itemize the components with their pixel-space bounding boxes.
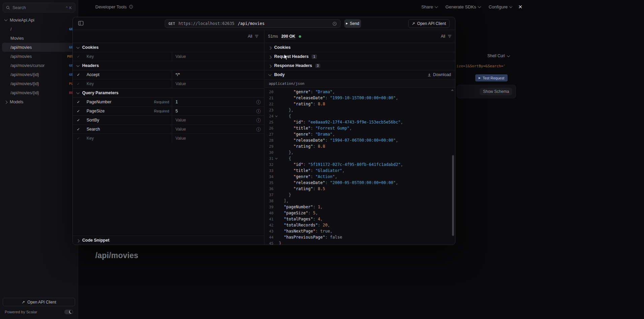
send-button[interactable]: Send — [344, 19, 361, 28]
param-key-text: PageSize — [87, 109, 105, 113]
download-button[interactable]: Download — [427, 72, 451, 77]
chevron-down-icon — [434, 5, 438, 8]
code-language-select[interactable]: Shell Curl — [487, 54, 510, 58]
response-duration: 51ms — [268, 34, 278, 39]
info-icon[interactable]: i — [256, 109, 261, 113]
info-icon[interactable]: i — [256, 127, 261, 132]
code-text: "releaseDate": "1999-10-15T00:00:00+00:0… — [279, 96, 398, 100]
line-number: 45 — [265, 241, 273, 245]
sidebar-item-api-movies-cursor[interactable]: /api/movies/cursorGE — [2, 61, 76, 70]
scrollbar-up-arrow[interactable] — [451, 89, 454, 91]
code-text: "rating": 8.8 — [279, 102, 325, 106]
header-action-share[interactable]: Share — [421, 4, 438, 9]
response-filter[interactable]: All — [441, 34, 452, 39]
open-api-client-button[interactable]: ↗ Open API Client — [3, 298, 75, 306]
code-snippet-section[interactable]: Code Snippet — [73, 236, 264, 245]
row-checkbox[interactable]: ✓ — [73, 125, 84, 134]
param-key[interactable]: Key — [84, 52, 172, 61]
request-sections: Cookies✓KeyValueHeaders✓Accept*/*✓KeyVal… — [73, 43, 264, 143]
param-key[interactable]: Key — [84, 79, 172, 88]
request-path: /api/movies — [238, 21, 264, 26]
request-section-cookies[interactable]: Cookies — [73, 43, 264, 52]
sidebar-item-movieapi-api[interactable]: MovieApi.Api — [2, 15, 76, 25]
fold-toggle-icon[interactable] — [273, 115, 279, 117]
response-section-body[interactable]: BodyDownload — [265, 70, 455, 79]
scrollbar-thumb[interactable] — [452, 155, 454, 236]
param-key[interactable]: PageNumberRequired — [84, 98, 172, 106]
response-status[interactable]: 200 OK — [281, 34, 295, 39]
search-placeholder: Search — [12, 5, 63, 10]
method-label: GET — [168, 22, 175, 26]
sidebar-item-api-movies[interactable]: /api/moviesGE — [2, 43, 76, 52]
param-key[interactable]: Search — [84, 125, 172, 134]
theme-toggle[interactable] — [64, 310, 73, 314]
param-value-text: Value — [175, 81, 186, 86]
info-icon[interactable]: i — [256, 118, 261, 122]
sidebar-item-movies[interactable]: Movies — [2, 34, 76, 43]
request-section-query-parameters[interactable]: Query Parameters — [73, 88, 264, 97]
history-icon[interactable] — [332, 22, 337, 26]
sidebar-item-api-movies-id[interactable]: /api/movies/{id}PU — [2, 79, 76, 88]
sidebar-toggle-icon[interactable] — [78, 21, 84, 26]
sidebar-item-models[interactable]: Models — [2, 97, 76, 106]
code-text: "genre": "Drama", — [279, 132, 335, 137]
row-checkbox[interactable]: ✓ — [73, 134, 84, 143]
sidebar-item-label: /api/movies/{id} — [10, 72, 66, 77]
request-filter-label: All — [248, 34, 252, 39]
send-label: Send — [350, 21, 359, 26]
code-line: 34 "genre": "Action", — [265, 174, 455, 180]
row-checkbox[interactable]: ✓ — [73, 116, 84, 125]
row-checkbox[interactable]: ✓ — [73, 79, 84, 88]
param-key[interactable]: SortBy — [84, 116, 172, 125]
sidebar-nav: MovieApi.Api/GEMovies/api/moviesGE/api/m… — [0, 15, 78, 106]
param-value[interactable]: */* — [172, 70, 264, 79]
param-key[interactable]: Accept — [84, 70, 172, 79]
param-value[interactable]: Valuei — [172, 116, 264, 125]
param-value[interactable]: 5i — [172, 107, 264, 115]
response-section-cookies[interactable]: Cookies — [265, 43, 455, 52]
base-url: https://localhost:62635 — [179, 21, 234, 26]
param-key[interactable]: PageSizeRequired — [84, 107, 172, 115]
sidebar-item-api-movies-id[interactable]: /api/movies/{id}DE — [2, 88, 76, 97]
response-body-code[interactable]: 20 "genre": "Drama",21 "releaseDate": "1… — [265, 88, 455, 245]
param-value[interactable]: Valuei — [172, 125, 264, 134]
code-line: 32 "id": "5f191172-027c-4f95-80fb-641fc1… — [265, 162, 455, 168]
search-input[interactable]: Search ^ K — [3, 3, 75, 12]
response-section-response-headers[interactable]: Response Headers3 — [265, 61, 455, 70]
endpoint-title: /api/movies — [95, 251, 138, 260]
line-number: 35 — [265, 181, 273, 185]
sidebar-item-item[interactable]: /GE — [2, 25, 76, 34]
param-key[interactable]: Key — [84, 134, 172, 143]
address-bar[interactable]: GET https://localhost:62635 /api/movies — [165, 19, 341, 28]
code-line: 30 }, — [265, 149, 455, 155]
row-checkbox[interactable]: ✓ — [73, 98, 84, 106]
param-value[interactable]: Value — [172, 79, 264, 88]
param-value[interactable]: Value — [172, 52, 264, 61]
request-section-headers[interactable]: Headers — [73, 61, 264, 70]
sidebar-item-api-movies-id[interactable]: /api/movies/{id}GE — [2, 70, 76, 79]
open-api-client-top-button[interactable]: ↗ Open API Client — [408, 19, 450, 28]
search-icon — [6, 6, 10, 10]
request-filter[interactable]: All — [73, 30, 264, 43]
chevron-right-icon — [268, 55, 272, 59]
close-icon[interactable]: × — [518, 3, 522, 11]
chevron-right-icon — [76, 239, 80, 242]
line-number: 26 — [265, 126, 273, 131]
sidebar-item-api-movies[interactable]: /api/moviesPOS — [2, 52, 76, 61]
param-value[interactable]: 1i — [172, 98, 264, 106]
fold-toggle-icon[interactable] — [273, 158, 279, 160]
response-panel: 51ms 200 OK All CookiesRequest Headers1R… — [265, 30, 455, 245]
line-number: 37 — [265, 193, 273, 197]
section-title: Response Headers — [274, 63, 312, 68]
param-row-sortby: ✓SortByValuei — [73, 115, 264, 125]
required-label: Required — [154, 100, 169, 104]
response-section-request-headers[interactable]: Request Headers1 — [265, 52, 455, 61]
row-checkbox[interactable]: ✓ — [73, 107, 84, 115]
show-schema-button[interactable]: Show Schema — [480, 88, 512, 95]
param-row-empty: ✓KeyValue — [73, 52, 264, 61]
row-checkbox[interactable]: ✓ — [73, 52, 84, 61]
param-value[interactable]: Value — [172, 134, 264, 143]
info-icon[interactable]: i — [256, 100, 261, 104]
test-request-button[interactable]: Test Request — [475, 74, 508, 81]
row-checkbox[interactable]: ✓ — [73, 70, 84, 79]
